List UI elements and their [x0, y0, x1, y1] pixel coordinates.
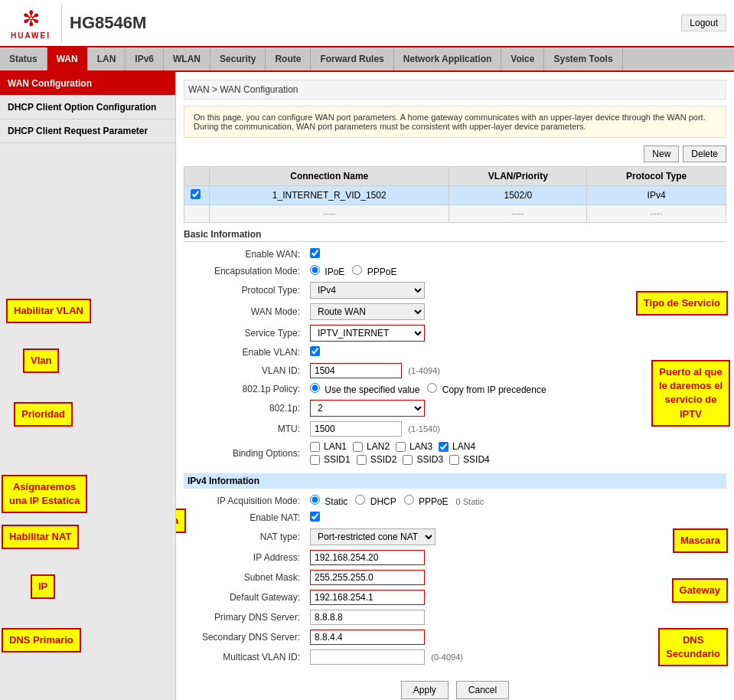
- ssid1-label[interactable]: SSID1: [310, 454, 351, 465]
- row-protocol: IPv4: [587, 186, 726, 205]
- new-button[interactable]: New: [644, 146, 679, 162]
- divider: [61, 4, 62, 42]
- dns1-row: Primary DNS Server:: [184, 607, 726, 627]
- row-checkbox-cell[interactable]: [184, 186, 210, 205]
- mtu-row: MTU: (1-1540): [184, 419, 726, 439]
- enable-vlan-row: Enable VLAN:: [184, 344, 726, 361]
- acq-dhcp-radio[interactable]: [355, 495, 365, 505]
- gateway-input[interactable]: [310, 590, 425, 605]
- acq-pppoe-radio[interactable]: [404, 495, 414, 505]
- info-box: On this page, you can configure WAN port…: [184, 106, 726, 138]
- huawei-logo: ✼ HUAWEI: [8, 4, 54, 42]
- nav-ipv6[interactable]: IPv6: [126, 47, 164, 70]
- multicast-row: Multicast VLAN ID: (0-4094): [184, 647, 726, 667]
- ip-address-input[interactable]: [310, 550, 425, 565]
- vlan-id-label: VLAN ID:: [184, 361, 306, 381]
- nav-status[interactable]: Status: [0, 47, 47, 70]
- annotation-asignar-ip: Asignaremos una IP Estatica: [176, 509, 186, 533]
- sidebar-dhcp-request[interactable]: DHCP Client Request Parameter: [0, 119, 175, 143]
- sidebar: WAN Configuration DHCP Client Option Con…: [0, 72, 176, 700]
- nav-system-tools[interactable]: System Tools: [544, 47, 622, 70]
- encap-label: Encapsulation Mode:: [184, 263, 306, 280]
- ssid2-label[interactable]: SSID2: [357, 454, 397, 465]
- acq-mode-row: IP Acquisition Mode: Static DHCP: [184, 492, 726, 509]
- dns1-input[interactable]: [310, 610, 425, 625]
- multicast-input[interactable]: [310, 649, 425, 665]
- protocol-select[interactable]: IPv4: [310, 282, 425, 299]
- encap-pppoe-radio[interactable]: [352, 265, 362, 275]
- lan4-label[interactable]: LAN4: [439, 441, 475, 452]
- acq-static-radio[interactable]: [310, 495, 320, 505]
- lan3-checkbox[interactable]: [396, 442, 406, 452]
- ssid3-label[interactable]: SSID3: [403, 454, 443, 465]
- multicast-hint: (0-4094): [431, 653, 463, 662]
- mtu-input[interactable]: [310, 421, 402, 437]
- policy-label: 802.1p Policy:: [184, 381, 306, 397]
- ssid4-label[interactable]: SSID4: [449, 454, 490, 465]
- vlan-id-input[interactable]: [310, 363, 402, 378]
- col-connection-name: Connection Name: [210, 167, 449, 186]
- nav-forward[interactable]: Forward Rules: [311, 47, 393, 70]
- ssid4-checkbox[interactable]: [449, 455, 459, 465]
- lan4-checkbox[interactable]: [439, 442, 449, 452]
- ssid1-checkbox[interactable]: [310, 455, 320, 465]
- device-name: HG8546M: [70, 13, 146, 33]
- encap-ipoe-radio[interactable]: [310, 265, 320, 275]
- lan2-checkbox[interactable]: [353, 442, 363, 452]
- apply-button[interactable]: Apply: [401, 681, 449, 699]
- header-left: ✼ HUAWEI HG8546M: [8, 4, 146, 42]
- ssid3-checkbox[interactable]: [403, 455, 413, 465]
- nav-voice[interactable]: Voice: [501, 47, 544, 70]
- dns2-input[interactable]: [310, 630, 425, 645]
- enable-wan-label: Enable WAN:: [184, 246, 306, 263]
- lan1-label[interactable]: LAN1: [310, 441, 347, 452]
- service-type-select[interactable]: IPTV_INTERNET: [310, 325, 425, 342]
- enable-wan-checkbox[interactable]: [310, 248, 320, 258]
- delete-button[interactable]: Delete: [683, 146, 726, 162]
- nat-type-row: NAT type: Port-restricted cone NAT: [184, 526, 726, 548]
- vlan-id-hint: (1-4094): [408, 366, 440, 375]
- nav-network-app[interactable]: Network Application: [394, 47, 502, 70]
- action-buttons: Apply Cancel: [184, 675, 726, 700]
- mtu-hint: (1-1540): [408, 424, 440, 433]
- acq-pppoe-label[interactable]: PPPoE: [404, 496, 451, 507]
- row-checkbox[interactable]: [191, 189, 201, 199]
- lan1-checkbox[interactable]: [310, 442, 320, 452]
- policy-copy-label[interactable]: Copy from IP precedence: [427, 384, 546, 395]
- sidebar-wan-config[interactable]: WAN Configuration: [0, 72, 175, 96]
- nav-lan[interactable]: LAN: [88, 47, 126, 70]
- policy-specified-radio[interactable]: [310, 383, 320, 393]
- encap-pppoe-label[interactable]: PPPoE: [352, 267, 396, 277]
- nav-security[interactable]: Security: [210, 47, 266, 70]
- nav-route[interactable]: Route: [266, 47, 311, 70]
- nav-wlan[interactable]: WLAN: [164, 47, 210, 70]
- acq-dhcp-label[interactable]: DHCP: [355, 496, 398, 507]
- encap-ipoe-label[interactable]: IPoE: [310, 267, 347, 277]
- main-layout: WAN Configuration DHCP Client Option Con…: [0, 72, 734, 700]
- button-row: New Delete: [184, 146, 726, 162]
- subnet-input[interactable]: [310, 570, 425, 585]
- acq-static-label[interactable]: Static: [310, 496, 351, 507]
- main-nav: Status WAN LAN IPv6 WLAN Security Route …: [0, 47, 734, 72]
- cancel-button[interactable]: Cancel: [456, 681, 509, 699]
- dot1p-select[interactable]: 2: [310, 400, 425, 417]
- enable-nat-label: Enable NAT:: [184, 509, 306, 526]
- policy-specified-label[interactable]: Use the specified value: [310, 384, 422, 395]
- enable-nat-checkbox[interactable]: [310, 512, 320, 522]
- nav-wan[interactable]: WAN: [47, 47, 88, 70]
- binding-row: Binding Options: LAN1 LAN2 LAN3 LAN4 SSI…: [184, 439, 726, 467]
- multicast-label: Multicast VLAN ID:: [184, 647, 306, 667]
- wan-mode-select[interactable]: Route WAN: [310, 303, 425, 320]
- lan2-label[interactable]: LAN2: [353, 441, 390, 452]
- logout-button[interactable]: Logout: [681, 15, 726, 31]
- row-empty-name: ----: [210, 205, 449, 223]
- policy-copy-radio[interactable]: [427, 383, 437, 393]
- ssid2-checkbox[interactable]: [357, 455, 367, 465]
- dot1p-label: 802.1p:: [184, 397, 306, 419]
- nat-type-select[interactable]: Port-restricted cone NAT: [310, 528, 436, 545]
- sidebar-dhcp-option[interactable]: DHCP Client Option Configuration: [0, 96, 175, 119]
- encap-row: Encapsulation Mode: IPoE PPPoE: [184, 263, 726, 280]
- lan3-label[interactable]: LAN3: [396, 441, 432, 452]
- enable-vlan-checkbox[interactable]: [310, 346, 320, 356]
- binding-label: Binding Options:: [184, 439, 306, 467]
